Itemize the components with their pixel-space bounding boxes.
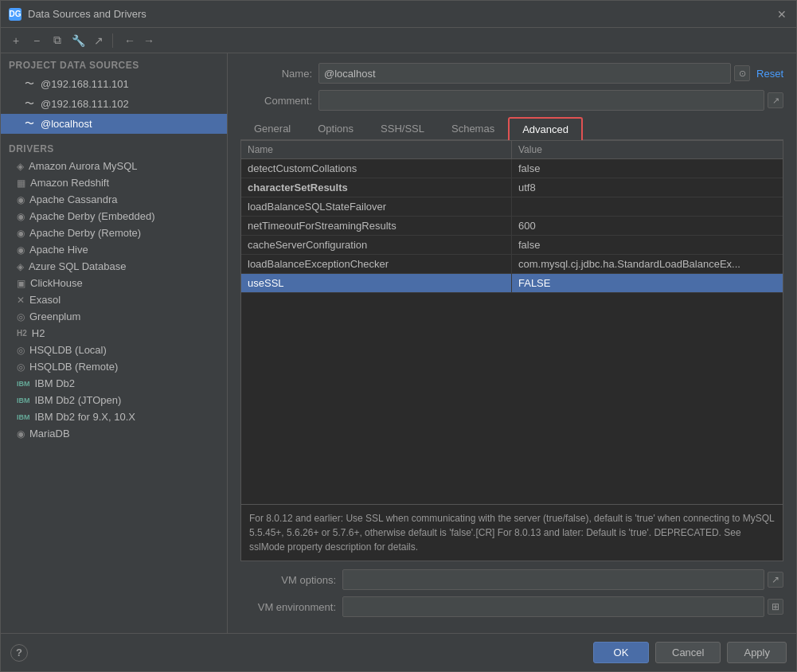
tab-general[interactable]: General	[240, 117, 304, 139]
vm-options-row: VM options: ↗	[240, 569, 783, 590]
vm-options-expand-button[interactable]: ↗	[768, 572, 783, 588]
driver-item-9[interactable]: ◎ Greenplum	[1, 308, 227, 325]
project-item-0[interactable]: 〜 @192.168.111.101	[1, 74, 227, 94]
duplicate-button[interactable]: ⧉	[49, 32, 66, 49]
toolbar-nav: ← →	[121, 32, 158, 49]
project-section-header: Project Data Sources	[1, 53, 227, 74]
driver-icon-6: ◈	[17, 261, 24, 272]
tab-schemas[interactable]: Schemas	[438, 117, 508, 139]
tab-sshssl[interactable]: SSH/SSL	[367, 117, 438, 139]
row-value-6: FALSE	[512, 274, 783, 292]
driver-item-7[interactable]: ▣ ClickHouse	[1, 275, 227, 291]
project-item-1[interactable]: 〜 @192.168.111.102	[1, 94, 227, 114]
driver-label-11: HSQLDB (Local)	[29, 344, 107, 356]
main-window: DG Data Sources and Drivers ✕ + − ⧉ 🔧 ↗ …	[0, 0, 797, 672]
driver-item-8[interactable]: ✕ Exasol	[1, 291, 227, 308]
reset-link[interactable]: Reset	[756, 68, 783, 80]
name-expand-button[interactable]: ⊙	[734, 65, 750, 81]
row-name-1: characterSetResults	[241, 178, 512, 197]
table-row[interactable]: detectCustomCollations false	[241, 159, 783, 178]
properties-table-container: Name Value detectCustomCollations false …	[240, 140, 783, 561]
driver-item-0[interactable]: ◈ Amazon Aurora MySQL	[1, 158, 227, 174]
close-button[interactable]: ✕	[776, 8, 788, 21]
project-item-label-2: @localhost	[41, 118, 92, 130]
driver-label-1: Amazon Redshift	[30, 177, 109, 189]
apply-button[interactable]: Apply	[727, 642, 787, 663]
vm-options-label: VM options:	[240, 574, 336, 586]
driver-label-6: Azure SQL Database	[29, 260, 126, 272]
driver-icon-0: ◈	[17, 161, 24, 172]
driver-item-16[interactable]: ◉ MariaDB	[1, 425, 227, 442]
driver-item-6[interactable]: ◈ Azure SQL Database	[1, 258, 227, 275]
driver-icon-10: H2	[17, 329, 27, 338]
datasource-icon-0: 〜	[23, 77, 36, 91]
driver-label-2: Apache Cassandra	[29, 193, 118, 205]
driver-item-11[interactable]: ◎ HSQLDB (Local)	[1, 342, 227, 358]
vm-environment-edit-button[interactable]: ⊞	[768, 599, 783, 615]
main-content: Project Data Sources 〜 @192.168.111.101 …	[1, 53, 796, 633]
driver-icon-1: ▦	[17, 178, 25, 189]
driver-label-15: IBM Db2 for 9.X, 10.X	[35, 411, 135, 423]
driver-item-15[interactable]: IBM IBM Db2 for 9.X, 10.X	[1, 408, 227, 425]
driver-item-5[interactable]: ◉ Apache Hive	[1, 241, 227, 258]
tab-advanced[interactable]: Advanced	[508, 117, 583, 140]
driver-item-3[interactable]: ◉ Apache Derby (Embedded)	[1, 208, 227, 225]
comment-label: Comment:	[240, 95, 312, 107]
back-button[interactable]: ←	[121, 32, 139, 49]
row-name-3: netTimeoutForStreamingResults	[241, 217, 512, 235]
driver-label-7: ClickHouse	[30, 277, 83, 289]
settings-button[interactable]: 🔧	[69, 32, 87, 49]
driver-item-2[interactable]: ◉ Apache Cassandra	[1, 191, 227, 208]
forward-button[interactable]: →	[140, 32, 158, 49]
add-button[interactable]: +	[7, 32, 25, 49]
driver-item-14[interactable]: IBM IBM Db2 (JTOpen)	[1, 392, 227, 408]
help-button[interactable]: ?	[10, 644, 28, 662]
driver-icon-14: IBM	[17, 397, 30, 404]
driver-item-1[interactable]: ▦ Amazon Redshift	[1, 174, 227, 191]
table-row[interactable]: cacheServerConfiguration false	[241, 236, 783, 255]
row-name-0: detectCustomCollations	[241, 159, 512, 178]
vm-environment-label: VM environment:	[240, 601, 336, 613]
remove-button[interactable]: −	[28, 32, 45, 49]
driver-label-4: Apache Derby (Remote)	[29, 227, 141, 239]
ok-button[interactable]: OK	[593, 642, 649, 663]
vm-environment-input[interactable]	[342, 596, 764, 617]
toolbar-separator	[112, 33, 113, 48]
dialog-buttons: OK Cancel Apply	[593, 642, 787, 663]
table-row[interactable]: loadBalanceSQLStateFailover	[241, 197, 783, 217]
row-value-4: false	[512, 236, 783, 254]
driver-icon-13: IBM	[17, 380, 30, 388]
row-name-2: loadBalanceSQLStateFailover	[241, 197, 512, 216]
comment-expand-button[interactable]: ↗	[768, 92, 783, 108]
driver-item-12[interactable]: ◎ HSQLDB (Remote)	[1, 358, 227, 375]
comment-row: Comment: ↗	[240, 90, 783, 111]
driver-item-10[interactable]: H2 H2	[1, 325, 227, 342]
vm-options-input[interactable]	[342, 569, 764, 590]
name-input[interactable]	[318, 63, 731, 84]
table-row-selected[interactable]: useSSL FALSE	[241, 274, 783, 293]
drivers-section: Drivers ◈ Amazon Aurora MySQL ▦ Amazon R…	[1, 137, 227, 442]
driver-icon-11: ◎	[17, 345, 25, 356]
row-value-3: 600	[512, 217, 783, 235]
export-button[interactable]: ↗	[90, 32, 107, 49]
driver-item-4[interactable]: ◉ Apache Derby (Remote)	[1, 225, 227, 241]
row-name-4: cacheServerConfiguration	[241, 236, 512, 254]
driver-label-10: H2	[32, 327, 45, 339]
table-row[interactable]: characterSetResults utf8	[241, 178, 783, 197]
driver-icon-3: ◉	[17, 211, 25, 222]
project-item-label-0: @192.168.111.101	[41, 78, 129, 90]
driver-icon-16: ◉	[17, 428, 25, 440]
project-item-2[interactable]: 〜 @localhost	[1, 114, 227, 134]
driver-icon-8: ✕	[17, 295, 25, 306]
table-row[interactable]: netTimeoutForStreamingResults 600	[241, 217, 783, 236]
tab-options[interactable]: Options	[304, 117, 367, 139]
table-header: Name Value	[241, 141, 783, 159]
row-value-2	[512, 197, 783, 216]
property-description: For 8.0.12 and earlier: Use SSL when com…	[240, 505, 783, 561]
table-row[interactable]: loadBalanceExceptionChecker com.mysql.cj…	[241, 255, 783, 274]
cancel-button[interactable]: Cancel	[655, 642, 721, 663]
comment-input[interactable]	[318, 90, 764, 111]
driver-label-8: Exasol	[29, 294, 61, 306]
driver-item-13[interactable]: IBM IBM Db2	[1, 375, 227, 392]
row-name-5: loadBalanceExceptionChecker	[241, 255, 512, 273]
